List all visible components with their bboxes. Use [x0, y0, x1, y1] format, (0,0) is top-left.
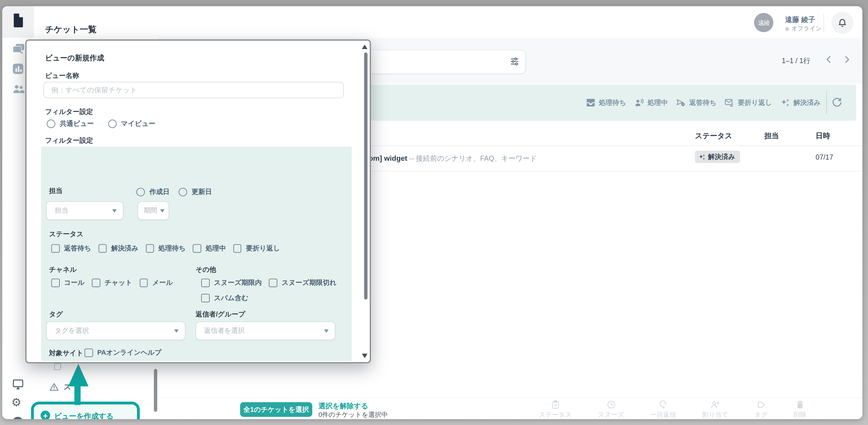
checkbox-label: コール	[64, 278, 85, 287]
assignee-select[interactable]: 担当	[46, 201, 123, 220]
filter-panel: 担当 作成日 更新日 担当 期間	[41, 147, 352, 361]
checkbox-include-spam[interactable]: スパム含む	[201, 293, 248, 303]
checkbox-label: 処理待ち	[158, 244, 186, 253]
sparkles-icon	[780, 98, 790, 108]
bulk-action-tag[interactable]: タグ	[754, 400, 768, 419]
refresh-icon[interactable]	[831, 97, 843, 108]
status-action-label: 要折り返し	[738, 98, 772, 107]
status-action-callback[interactable]: 要折り返し	[724, 98, 772, 108]
modal-scroll-down-icon[interactable]	[362, 354, 368, 358]
selected-count: 0件のチケットを選択中	[318, 410, 388, 419]
deselect-link[interactable]: 選択を解除する	[318, 401, 368, 411]
create-view-highlight: + ビューを作成する	[31, 401, 140, 419]
checkbox-inprogress[interactable]: 処理中	[193, 244, 226, 253]
tickets-icon[interactable]	[12, 13, 24, 25]
modal-scrollbar[interactable]	[364, 52, 368, 300]
bulk-action-label: 一括返信	[650, 410, 676, 419]
bulk-action-bulk-reply[interactable]: 一括返信	[650, 400, 676, 419]
modal-title: ビューの新規作成	[45, 53, 104, 63]
status-action-awaiting-reply[interactable]: 返答待ち	[676, 98, 716, 108]
checkbox-snooze-within[interactable]: スヌーズ期限内	[201, 278, 262, 287]
annotation-arrow-stem	[74, 386, 81, 405]
filter-tune-icon[interactable]	[509, 57, 520, 66]
checkbox-label: スヌーズ期限切れ	[282, 278, 336, 287]
bulk-action-status[interactable]: ステータス	[539, 400, 572, 419]
radio-updated-date[interactable]: 更新日	[179, 187, 212, 197]
checkbox-mail[interactable]: メール	[140, 278, 173, 287]
screenshot-stage: チケット一覧 遠綾 遠藤 綾子 オフライン	[0, 0, 868, 425]
status-action-label: 解決済み	[794, 98, 821, 107]
status-action-resolved[interactable]: 解決済み	[780, 98, 821, 108]
checkbox-pending[interactable]: 処理待ち	[146, 244, 186, 253]
checkbox-icon	[233, 245, 241, 253]
user-status: オフライン	[785, 25, 822, 33]
chevron-down-icon	[160, 209, 164, 212]
pagination-next-icon[interactable]	[843, 55, 851, 64]
modal-scroll-up-icon[interactable]	[362, 45, 368, 49]
checkbox-chat[interactable]: チャット	[92, 278, 132, 287]
views-item-spam[interactable]: ス	[49, 382, 71, 392]
status-action-inprogress[interactable]: 処理中	[634, 98, 668, 108]
period-select[interactable]: 期間	[137, 201, 169, 220]
person-voice-icon	[634, 98, 644, 108]
plus-icon: +	[40, 410, 50, 419]
checkbox-snooze-expired[interactable]: スヌーズ期限切れ	[269, 278, 337, 287]
radio-created-date[interactable]: 作成日	[136, 187, 169, 197]
create-view-modal: ビューの新規作成 ビュー名称 フィルター設定 共通ビュー マイビュー フィルター…	[25, 39, 371, 363]
select-placeholder: 返信者を選択	[196, 326, 245, 336]
notifications-button[interactable]	[831, 12, 853, 34]
checkbox-resolved[interactable]: 解決済み	[98, 244, 138, 253]
tag-select[interactable]: タグを選択	[46, 321, 185, 340]
analytics-icon[interactable]	[12, 62, 24, 75]
status-action-label: 返答待ち	[689, 98, 716, 107]
checkbox-callback[interactable]: 要折り返し	[233, 244, 280, 253]
filter-settings-label-2: フィルター設定	[45, 136, 93, 145]
clock-icon	[606, 400, 616, 409]
radio-my-view[interactable]: マイビュー	[108, 119, 155, 129]
view-name-label: ビュー名称	[45, 71, 79, 81]
status-actions: 処理待ち 処理中 返答待ち	[585, 85, 821, 121]
mail-arrow-icon	[724, 98, 735, 108]
clipboard-edit-icon	[551, 400, 560, 409]
warning-icon	[49, 382, 59, 392]
views-scrollbar[interactable]	[154, 369, 157, 412]
select-all-button[interactable]: 全1のチケットを選択	[240, 402, 312, 417]
view-name-input[interactable]	[43, 82, 344, 98]
customers-icon[interactable]	[12, 82, 24, 95]
create-view-button[interactable]: ビューを作成する	[54, 411, 114, 419]
radio-shared-view[interactable]: 共通ビュー	[47, 119, 94, 129]
status-action-pending[interactable]: 処理待ち	[585, 98, 626, 108]
checkbox-icon	[51, 245, 59, 253]
checkbox-call[interactable]: コール	[51, 278, 85, 287]
col-header-assignee[interactable]: 担当	[764, 131, 779, 141]
bulk-action-delete[interactable]: 削除	[794, 400, 806, 419]
partial-checkbox-icon[interactable]	[54, 363, 61, 370]
page-title: チケット一覧	[45, 24, 97, 35]
select-placeholder: タグを選択	[47, 326, 89, 336]
checkbox-icon	[140, 279, 148, 287]
bulk-action-snooze[interactable]: スヌーズ	[598, 400, 624, 419]
col-header-status[interactable]: ステータス	[695, 131, 732, 141]
bulk-action-label: ステータス	[539, 410, 572, 419]
help-icon[interactable]: ?	[12, 417, 23, 419]
status-label: ステータス	[49, 229, 84, 239]
monitor-icon[interactable]	[12, 378, 24, 390]
filter-settings-label: フィルター設定	[45, 107, 93, 117]
annotation-arrow-icon	[68, 364, 89, 386]
responder-label: 返信者/グループ	[195, 310, 245, 319]
checkbox-icon	[193, 245, 201, 253]
checkbox-icon	[201, 294, 209, 302]
col-header-date[interactable]: 日時	[816, 131, 830, 141]
avatar[interactable]: 遠綾	[754, 13, 773, 32]
ticket-date: 07/17	[816, 153, 833, 161]
chat-redo-icon	[658, 400, 668, 409]
pagination-prev-icon[interactable]	[825, 55, 833, 64]
responder-select[interactable]: 返信者を選択	[195, 321, 335, 340]
settings-gear-icon[interactable]: ⚙	[11, 396, 21, 408]
chat-icon[interactable]	[12, 42, 24, 55]
checkbox-awaiting-reply[interactable]: 返答待ち	[51, 244, 91, 253]
checkbox-site-pa-online-help[interactable]: PAオンラインヘルプ	[85, 348, 162, 358]
bulk-action-assign[interactable]: 割り当て	[702, 400, 728, 419]
checkbox-icon	[92, 279, 100, 287]
checkbox-icon	[269, 279, 277, 287]
